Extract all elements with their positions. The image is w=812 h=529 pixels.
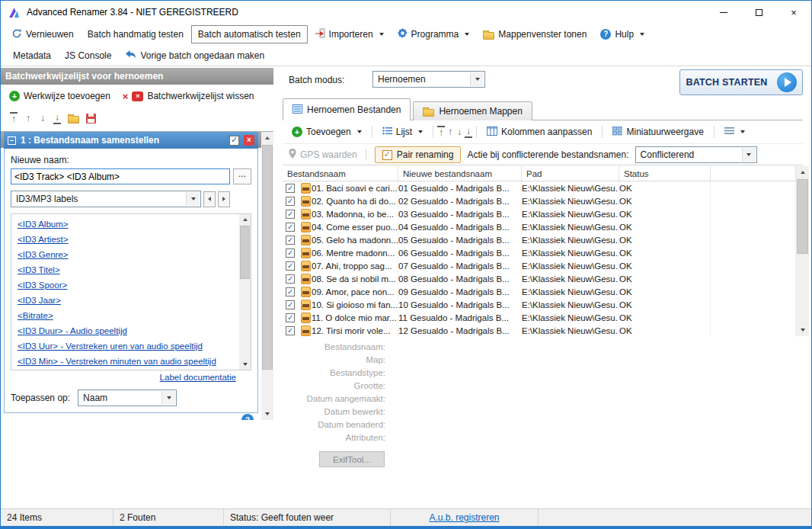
column-header-status[interactable]: Status [619,166,711,181]
column-header-bestandsnaam[interactable]: Bestandsnaam [283,166,398,181]
folder-panel-button[interactable]: Mappenvenster tonen [477,26,593,43]
scroll-up-icon[interactable] [239,214,251,225]
method-help-icon[interactable]: ? [241,414,254,420]
scroll-down-icon[interactable] [261,408,273,420]
table-row[interactable]: 12. Tirsi morir vole... 12 Gesualdo - Ma… [283,324,796,336]
pair-renaming-toggle[interactable]: Pair renaming [375,146,462,163]
category-prev-button[interactable] [203,191,216,207]
scrollbar-thumb[interactable] [262,145,273,370]
table-row[interactable]: 08. Se da si nobil m... 08 Gesualdo - Ma… [283,272,796,285]
row-checkbox[interactable] [286,223,295,232]
tab-rename-folders[interactable]: Hernoemen Mappen [413,101,532,120]
save-method-list-icon[interactable] [86,114,96,123]
row-checkbox[interactable] [286,313,295,322]
browse-button[interactable]: ... [233,168,251,184]
tag-link[interactable]: <ID3 Duur> - Audio speeltijd [18,323,245,338]
row-checkbox[interactable] [286,261,295,271]
row-checkbox[interactable] [286,287,295,297]
help-button[interactable]: ? Hulp [594,26,651,43]
column-header-pad[interactable]: Pad [522,166,619,181]
scrollbar-thumb[interactable] [797,179,808,254]
tag-link[interactable]: <ID3 Uur> - Verstreken uren van audio sp… [18,338,245,354]
tag-link[interactable]: <ID3 Jaar> [18,293,245,308]
table-row[interactable]: 07. Ahi, troppo sag... 07 Gesualdo - Mad… [283,259,796,272]
tag-link[interactable]: <Bitrate> [18,308,245,323]
move-row-up-button[interactable]: ↑ [446,127,454,137]
category-next-button[interactable] [218,191,230,207]
row-checkbox[interactable] [286,248,295,258]
row-checkbox[interactable] [286,300,295,309]
move-row-first-button[interactable]: ↑ [437,126,445,138]
table-row[interactable]: 11. O dolce mio mar... 11 Gesualdo - Mad… [283,311,796,324]
import-button[interactable]: Importeren [309,25,390,43]
collapse-icon[interactable] [8,136,16,145]
method-enabled-checkbox[interactable] [229,136,239,146]
row-checkbox[interactable] [286,197,295,206]
move-last-button[interactable]: ↓ [53,112,61,124]
new-name-input[interactable] [11,168,230,184]
tag-link[interactable]: <ID3 Artiest> [18,232,245,247]
scrollbar-thumb[interactable] [240,226,250,279]
tag-category-dropdown[interactable]: ID3/MP3 labels [11,191,201,207]
tag-link[interactable]: <ID3 Album> [18,216,245,232]
register-link[interactable]: A.u.b. registreren [429,512,499,523]
metadata-button[interactable]: Metadata [7,47,57,64]
start-batch-button[interactable]: BATCH STARTEN [679,69,803,95]
row-checkbox[interactable] [286,274,295,284]
move-down-button[interactable]: ↓ [39,113,46,123]
apply-to-dropdown[interactable]: Naam [78,390,177,406]
scroll-down-icon[interactable] [239,359,251,370]
tag-link[interactable]: <ID3 Genre> [18,247,245,262]
tag-list-scrollbar[interactable] [239,214,251,370]
scroll-up-icon[interactable] [261,132,273,144]
clear-method-list-button[interactable]: × × Batchwerkwijzelijst wissen [117,88,260,104]
table-row[interactable]: 10. Si gioioso mi fan... 10 Gesualdo - M… [283,298,796,311]
file-table-scrollbar[interactable] [796,166,809,336]
maximize-button[interactable] [741,1,776,24]
tag-link[interactable]: <ID3 Min> - Verstreken minuten van audio… [18,354,245,369]
table-row[interactable]: 03. Madonna, io be... 03 Gesualdo - Madr… [283,207,796,220]
table-row[interactable]: 04. Come esser puo... 04 Gesualdo - Madr… [283,220,796,233]
view-mode-button[interactable] [718,123,751,140]
undo-batch-button[interactable]: Vorige batch ongedaan maken [119,46,270,65]
move-row-down-button[interactable]: ↓ [456,127,463,137]
tag-link[interactable]: <ID3 Titel> [18,262,245,277]
row-checkbox[interactable] [286,210,295,219]
label-documentation-link[interactable]: Label documentatie [160,373,236,382]
method-panel-header[interactable]: 1 : Bestandsnaam samenstellen × [4,132,258,149]
list-menu-button[interactable]: Lijst [376,123,429,140]
method-close-button[interactable]: × [244,135,254,146]
exiftool-button[interactable]: ExifTool... [319,451,385,467]
batch-mode-dropdown[interactable]: Hernoemen [372,71,485,88]
row-checkbox[interactable] [286,184,295,193]
row-checkbox[interactable] [286,236,295,245]
move-row-last-button[interactable]: ↓ [465,126,472,138]
minimize-button[interactable] [706,1,741,24]
pair-renaming-checkbox[interactable] [382,150,392,160]
row-checkbox[interactable] [286,326,295,335]
program-button[interactable]: Programma [392,25,476,43]
scroll-up-icon[interactable] [796,166,809,178]
batch-test-manual-button[interactable]: Batch handmatig testen [82,26,190,43]
move-up-button[interactable]: ↑ [24,113,32,123]
thumbnail-view-button[interactable]: Miniatuurweergave [606,123,709,141]
tag-link[interactable]: <ID3 Spoor> [18,277,245,293]
method-area-scrollbar[interactable] [261,132,273,420]
table-row[interactable]: 01. Baci soavi e cari... 01 Gesualdo - M… [283,181,796,194]
js-console-button[interactable]: JS Console [59,47,117,64]
table-row[interactable]: 09. Amor, pace non... 09 Gesualdo - Madr… [283,285,796,298]
column-header-nieuwe-bestandsnaam[interactable]: Nieuwe bestandsnaam [398,166,522,181]
batch-test-auto-button[interactable]: Batch automatisch testen [191,25,308,43]
table-row[interactable]: 02. Quanto ha di do... 02 Gesualdo - Mad… [283,194,796,207]
open-method-list-icon[interactable] [68,116,79,123]
refresh-button[interactable]: Vernieuwen [5,25,80,44]
add-files-button[interactable]: + Toevoegen [286,123,368,140]
close-button[interactable]: × [776,1,811,24]
tab-rename-files[interactable]: Hernoemen Bestanden [283,98,411,120]
adjust-columns-button[interactable]: Kolommen aanpassen [481,123,598,141]
gps-values-button[interactable]: GPS waarden [289,149,357,161]
add-method-button[interactable]: + Werkwijze toevoegen [4,88,116,104]
move-first-button[interactable]: ↑ [10,112,18,124]
table-row[interactable]: 05. Gelo ha madonn... 05 Gesualdo - Madr… [283,233,796,246]
table-row[interactable]: 06. Mentre madonn... 06 Gesualdo - Madri… [283,246,796,259]
